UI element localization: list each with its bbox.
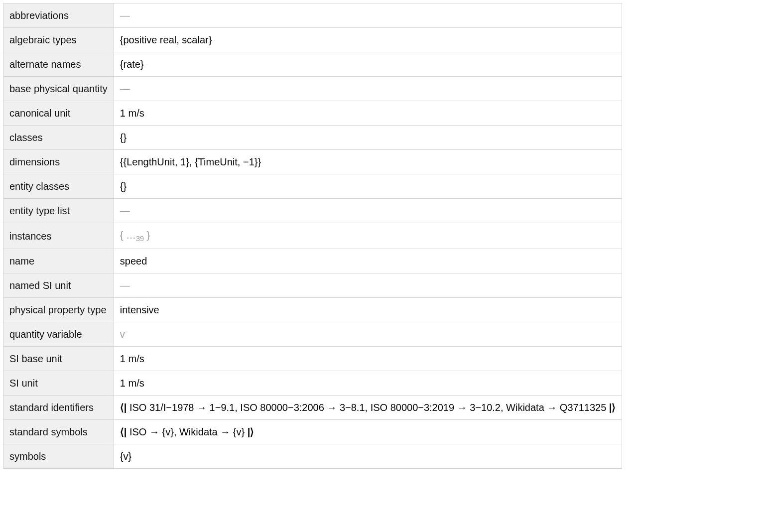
value-text: — [120,83,130,94]
property-key: entity type list [3,199,114,223]
property-row: standard symbols⟨| ISO → {v}, Wikidata →… [3,420,622,444]
property-key: classes [3,126,114,150]
property-value: v [114,322,622,347]
property-key: physical property type [3,298,114,322]
assoc-open: ⟨| [120,402,129,413]
property-key: canonical unit [3,101,114,126]
property-key: alternate names [3,52,114,77]
property-row: named SI unit— [3,273,622,298]
value-text: speed [120,256,147,266]
property-row: classes{} [3,126,622,150]
property-row: standard identifiers⟨| ISO 31/I−1978 → 1… [3,396,622,420]
property-key: SI base unit [3,347,114,371]
property-key: entity classes [3,174,114,199]
property-key: standard symbols [3,420,114,444]
property-row: SI unit1 m/s [3,371,622,396]
value-text: — [120,10,130,21]
property-row: algebraic types{positive real, scalar} [3,28,622,52]
property-value: {rate} [114,52,622,77]
elided-prefix: { … [120,230,136,241]
value-text: — [120,205,130,216]
value-text: {rate} [120,59,144,70]
property-value: 1 m/s [114,347,622,371]
property-row: entity type list— [3,199,622,223]
properties-table: abbreviations—algebraic types{positive r… [3,3,622,469]
elided-suffix: } [144,230,150,241]
property-value: {positive real, scalar} [114,28,622,52]
value-text: {} [120,181,127,192]
property-value: — [114,199,622,223]
property-row: quantity variablev [3,322,622,347]
value-text: {} [120,132,127,143]
property-value: — [114,3,622,28]
property-value: {} [114,174,622,199]
property-value: intensive [114,298,622,322]
property-key: named SI unit [3,273,114,298]
property-value: { …39 } [114,223,622,249]
property-row: dimensions{{LengthUnit, 1}, {TimeUnit, −… [3,150,622,174]
property-key: abbreviations [3,3,114,28]
property-value: 1 m/s [114,371,622,396]
elided-count: 39 [136,235,144,243]
property-key: dimensions [3,150,114,174]
property-row: base physical quantity— [3,77,622,101]
value-text: — [120,280,130,291]
value-text: 1 m/s [120,378,144,389]
property-key: instances [3,223,114,249]
property-key: standard identifiers [3,396,114,420]
property-row: entity classes{} [3,174,622,199]
value-text: {positive real, scalar} [120,34,212,45]
property-value: — [114,77,622,101]
property-row: alternate names{rate} [3,52,622,77]
value-text: 1 m/s [120,353,144,364]
property-value: {} [114,126,622,150]
property-row: canonical unit1 m/s [3,101,622,126]
property-row: instances{ …39 } [3,223,622,249]
property-row: physical property typeintensive [3,298,622,322]
value-text: 1 m/s [120,108,144,119]
property-key: symbols [3,444,114,469]
assoc-close: |⟩ [606,402,616,413]
property-key: algebraic types [3,28,114,52]
value-text: {v} [120,451,131,462]
assoc-close: |⟩ [245,426,254,437]
property-value: — [114,273,622,298]
property-key: name [3,249,114,273]
property-row: abbreviations— [3,3,622,28]
assoc-open: ⟨| [120,426,129,437]
value-text: intensive [120,304,159,315]
property-row: namespeed [3,249,622,273]
assoc-body: ISO → {v}, Wikidata → {v} [129,426,245,437]
property-key: quantity variable [3,322,114,347]
property-value: {{LengthUnit, 1}, {TimeUnit, −1}} [114,150,622,174]
property-value: 1 m/s [114,101,622,126]
property-row: SI base unit1 m/s [3,347,622,371]
property-value: ⟨| ISO → {v}, Wikidata → {v} |⟩ [114,420,622,444]
property-value: {v} [114,444,622,469]
value-text: {{LengthUnit, 1}, {TimeUnit, −1}} [120,156,261,167]
property-key: SI unit [3,371,114,396]
assoc-body: ISO 31/I−1978 → 1−9.1, ISO 80000−3:2006 … [129,402,606,413]
property-value: ⟨| ISO 31/I−1978 → 1−9.1, ISO 80000−3:20… [114,396,622,420]
property-row: symbols{v} [3,444,622,469]
property-value: speed [114,249,622,273]
property-key: base physical quantity [3,77,114,101]
value-text: v [120,329,125,340]
